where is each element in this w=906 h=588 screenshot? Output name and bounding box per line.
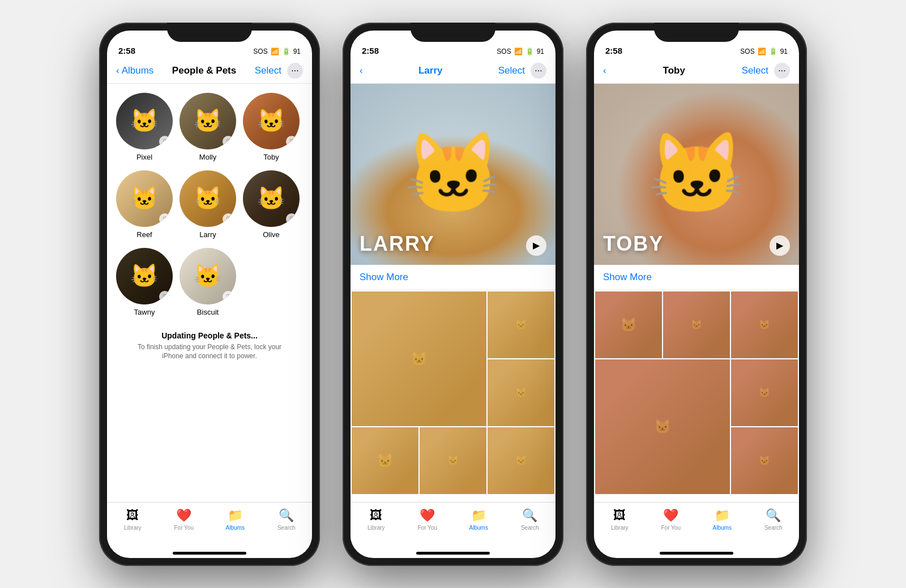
pet-item-toby[interactable]: 🐱 ♡ Toby — [243, 93, 300, 161]
pet-heart-olive: ♡ — [286, 213, 297, 225]
larry-grid-icon-2: 🐱 — [488, 291, 554, 358]
larry-photo-6[interactable]: 🐱 — [488, 427, 554, 494]
battery-icon-1: 🔋 — [282, 48, 290, 55]
nav-bar-2: ‹ Larry Select ··· — [351, 59, 555, 84]
toby-photo-2[interactable]: 🐱 — [663, 291, 730, 358]
larry-show-more[interactable]: Show More — [351, 265, 555, 290]
pet-avatar-pixel: 🐱 ♡ — [116, 93, 173, 149]
tab-albums-3[interactable]: 📁 Albums — [696, 508, 748, 531]
pet-item-molly[interactable]: 🐱 ♡ Molly — [180, 93, 236, 161]
play-icon: ▶ — [533, 240, 540, 251]
tab-search-3[interactable]: 🔍 Search — [748, 508, 800, 531]
larry-photo-5[interactable]: 🐱 — [420, 427, 486, 494]
back-button-3[interactable]: ‹ — [603, 65, 606, 76]
toby-photo-5[interactable]: 🐱 — [731, 359, 798, 426]
pet-heart-pixel: ♡ — [159, 136, 170, 147]
tab-albums-2[interactable]: 📁 Albums — [453, 508, 505, 531]
pet-avatar-reef: 🐱 ♡ — [116, 170, 173, 227]
pet-avatar-larry: 🐱 ♡ — [180, 170, 236, 227]
library-icon-1: 🖼 — [126, 508, 139, 523]
status-icons-2: SOS 📶 🔋 91 — [497, 48, 544, 55]
more-button-1[interactable]: ··· — [287, 63, 303, 79]
tab-library-3[interactable]: 🖼 Library — [594, 508, 646, 531]
sos-indicator-2: SOS — [497, 48, 511, 55]
pet-item-reef[interactable]: 🐱 ♡ Reef — [116, 170, 173, 239]
tab-albums-1[interactable]: 📁 Albums — [210, 508, 261, 531]
tab-foryou-3[interactable]: ❤️ For You — [646, 508, 697, 531]
select-button-2[interactable]: Select — [498, 65, 525, 76]
home-indicator-3 — [660, 552, 733, 555]
albums-icon-3: 📁 — [715, 508, 730, 523]
toby-grid-icon-4: 🐱 — [595, 359, 730, 494]
larry-photo-3[interactable]: 🐱 — [488, 359, 554, 426]
tab-library-1[interactable]: 🖼 Library — [107, 508, 159, 531]
tab-label-albums-3: Albums — [713, 525, 732, 531]
larry-photo-4[interactable]: 🐱 — [352, 427, 418, 494]
toby-photo-4[interactable]: 🐱 — [595, 359, 730, 494]
tab-label-search-3: Search — [764, 525, 783, 531]
albums-icon-2: 📁 — [471, 508, 486, 523]
larry-grid-icon-3: 🐱 — [488, 359, 554, 426]
search-icon-2: 🔍 — [522, 508, 537, 523]
larry-photo-2[interactable]: 🐱 — [488, 291, 554, 358]
tab-search-1[interactable]: 🔍 Search — [261, 508, 313, 531]
toby-photo-grid: 🐱 🐱 🐱 🐱 🐱 🐱 — [594, 290, 799, 495]
updating-title: Updating People & Pets... — [127, 331, 292, 340]
toby-photo-6[interactable]: 🐱 — [731, 427, 798, 494]
larry-grid-icon-4: 🐱 — [352, 427, 418, 494]
notch-1 — [167, 23, 252, 42]
pet-avatar-biscuit: 🐱 ♡ — [180, 248, 236, 304]
larry-photo-grid: 🐱 🐱 🐱 🐱 🐱 🐱 — [351, 290, 555, 495]
pet-avatar-toby: 🐱 ♡ — [243, 93, 300, 149]
screen-1: 2:58 SOS 📶 🔋 91 ‹ Albums People & Pets S… — [107, 31, 312, 558]
phone-1: 2:58 SOS 📶 🔋 91 ‹ Albums People & Pets S… — [99, 23, 320, 566]
pet-item-tawny[interactable]: 🐱 ♡ Tawny — [116, 248, 173, 316]
larry-content: 🐱 LARRY ▶ Show More 🐱 🐱 — [351, 84, 555, 502]
toby-grid-icon-2: 🐱 — [663, 291, 730, 358]
back-button-1[interactable]: ‹ Albums — [116, 65, 153, 76]
pet-heart-larry: ♡ — [223, 213, 234, 225]
pet-heart-biscuit: ♡ — [223, 291, 234, 302]
back-button-2[interactable]: ‹ — [360, 65, 363, 76]
pet-name-olive: Olive — [263, 230, 280, 239]
tab-library-2[interactable]: 🖼 Library — [351, 508, 402, 531]
back-label-1[interactable]: Albums — [122, 65, 154, 76]
toby-show-more[interactable]: Show More — [594, 265, 799, 290]
pet-item-pixel[interactable]: 🐱 ♡ Pixel — [116, 93, 173, 161]
toby-hero-name: TOBY — [603, 232, 664, 256]
screen-3: 2:58 SOS 📶 🔋 91 ‹ Toby Select ··· — [594, 31, 799, 558]
tab-search-2[interactable]: 🔍 Search — [505, 508, 556, 531]
tab-foryou-1[interactable]: ❤️ For You — [159, 508, 210, 531]
play-icon-toby: ▶ — [776, 240, 783, 251]
more-button-2[interactable]: ··· — [531, 63, 546, 79]
pets-row-2: 🐱 ♡ Reef 🐱 ♡ Larry — [116, 170, 303, 239]
toby-photo-3[interactable]: 🐱 — [731, 291, 798, 358]
wifi-icon-3: 📶 — [758, 48, 766, 55]
status-icons-3: SOS 📶 🔋 91 — [740, 48, 788, 55]
pet-name-reef: Reef — [136, 230, 152, 239]
larry-hero-image[interactable]: 🐱 LARRY ▶ — [351, 84, 555, 265]
select-button-1[interactable]: Select — [255, 65, 281, 76]
toby-play-button[interactable]: ▶ — [770, 235, 790, 256]
select-button-3[interactable]: Select — [742, 65, 768, 76]
pet-heart-molly: ♡ — [223, 136, 234, 147]
toby-grid-icon-3: 🐱 — [731, 291, 798, 358]
tab-foryou-2[interactable]: ❤️ For You — [402, 508, 454, 531]
foryou-icon-2: ❤️ — [420, 508, 435, 523]
larry-photo-1[interactable]: 🐱 — [352, 291, 486, 426]
battery-icon-2: 🔋 — [525, 48, 534, 55]
pet-item-larry[interactable]: 🐱 ♡ Larry — [180, 170, 236, 239]
tab-label-foryou-1: For You — [174, 525, 194, 531]
page-title-2: Larry — [418, 65, 443, 76]
more-button-3[interactable]: ··· — [774, 63, 790, 79]
pets-row-1: 🐱 ♡ Pixel 🐱 ♡ Molly — [116, 93, 303, 161]
battery-level-2: 91 — [537, 48, 544, 55]
tab-bar-1: 🖼 Library ❤️ For You 📁 Albums 🔍 Search — [107, 502, 312, 548]
pet-avatar-molly: 🐱 ♡ — [180, 93, 236, 149]
foryou-icon-1: ❤️ — [176, 508, 191, 523]
pet-item-olive[interactable]: 🐱 ♡ Olive — [243, 170, 300, 239]
toby-hero-image[interactable]: 🐱 TOBY ▶ — [594, 84, 799, 265]
larry-play-button[interactable]: ▶ — [526, 235, 546, 256]
toby-photo-1[interactable]: 🐱 — [595, 291, 662, 358]
pet-item-biscuit[interactable]: 🐱 ♡ Biscuit — [180, 248, 236, 316]
